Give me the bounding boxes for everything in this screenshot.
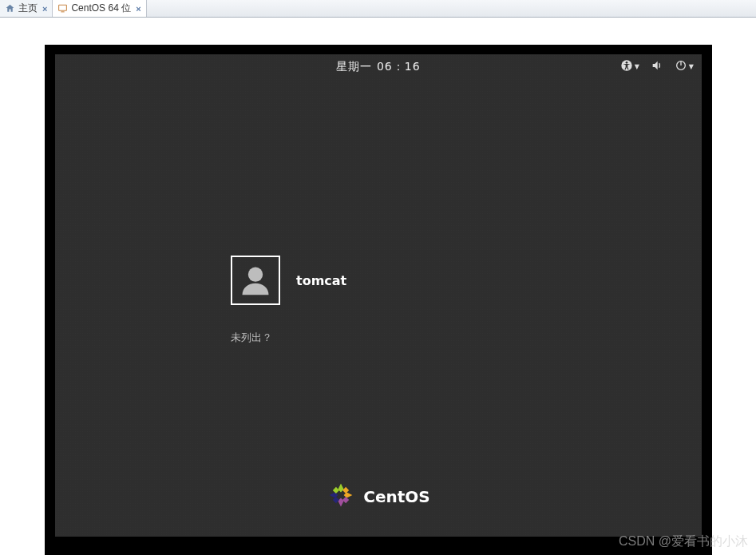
centos-branding: CentOS <box>55 481 702 513</box>
volume-icon <box>651 59 663 74</box>
tab-centos[interactable]: CentOS 64 位 × <box>53 0 146 17</box>
svg-rect-8 <box>342 497 349 503</box>
tab-label: 主页 <box>18 2 38 15</box>
svg-rect-0 <box>59 5 67 10</box>
not-listed-link[interactable]: 未列出？ <box>231 331 346 345</box>
centos-login-screen[interactable]: 星期一 06：16 ▼ <box>55 54 702 537</box>
accessibility-icon <box>620 59 633 74</box>
vm-viewport: 星期一 06：16 ▼ <box>0 18 756 555</box>
svg-point-3 <box>625 61 627 64</box>
close-icon[interactable]: × <box>136 4 141 14</box>
vm-icon <box>57 3 68 14</box>
power-menu[interactable]: ▼ <box>675 59 694 74</box>
svg-rect-9 <box>333 497 339 503</box>
topbar-right: ▼ ▼ <box>620 59 694 74</box>
user-tomcat[interactable]: tomcat <box>231 256 346 305</box>
volume-button[interactable] <box>651 59 663 74</box>
svg-rect-10 <box>333 487 339 494</box>
chevron-down-icon: ▼ <box>635 63 639 70</box>
svg-rect-7 <box>342 487 349 494</box>
svg-rect-1 <box>61 11 65 12</box>
avatar <box>231 256 280 305</box>
login-user-list: tomcat 未列出？ <box>231 256 346 345</box>
clock: 星期一 06：16 <box>336 60 420 74</box>
tab-label: CentOS 64 位 <box>71 2 131 15</box>
centos-logo-icon <box>327 481 355 513</box>
tab-home[interactable]: 主页 × <box>0 0 53 17</box>
gnome-topbar: 星期一 06：16 ▼ <box>55 54 702 77</box>
close-icon[interactable]: × <box>42 4 47 14</box>
tab-bar: 主页 × CentOS 64 位 × <box>0 0 756 18</box>
username-label: tomcat <box>296 273 346 288</box>
brand-name: CentOS <box>363 487 429 506</box>
accessibility-menu[interactable]: ▼ <box>620 59 639 74</box>
power-icon <box>675 59 687 74</box>
svg-point-6 <box>248 268 263 282</box>
home-icon <box>5 3 15 14</box>
chevron-down-icon: ▼ <box>689 63 694 70</box>
vm-black-frame: 星期一 06：16 ▼ <box>45 45 712 555</box>
